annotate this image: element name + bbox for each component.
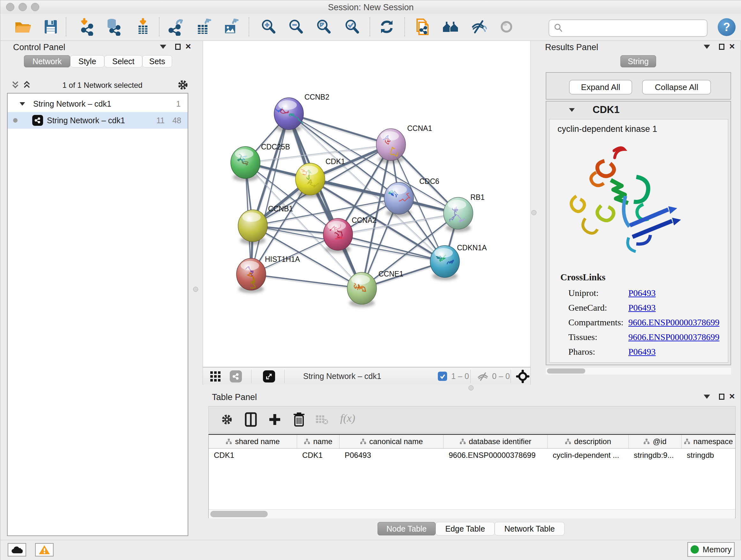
export-network-icon [167, 18, 185, 36]
float-panel-icon[interactable] [719, 44, 724, 50]
column-header[interactable]: database identifier [444, 435, 548, 448]
gear-icon [177, 78, 189, 91]
scrollbar-thumb[interactable] [547, 368, 585, 374]
add-column-button[interactable] [268, 413, 281, 426]
toolbar-separator [511, 370, 511, 383]
hidden-count: 0 – 0 [492, 372, 510, 381]
tab-edge-table[interactable]: Edge Table [435, 522, 495, 536]
toolbar-separator [284, 370, 285, 383]
function-builder-button[interactable]: f(x) [340, 412, 355, 424]
column-header[interactable]: name [297, 435, 340, 448]
toolbar-separator [369, 17, 370, 37]
results-horizontal-scrollbar[interactable] [546, 367, 731, 374]
gene-name: CDK1 [593, 104, 619, 116]
export-table-button[interactable] [193, 16, 214, 38]
crosslinks-title: CrossLinks [560, 272, 605, 283]
show-columns-button[interactable] [245, 412, 257, 427]
memory-button[interactable]: Memory [687, 542, 735, 557]
search-box[interactable] [549, 19, 708, 37]
scrollbar-thumb[interactable] [210, 511, 268, 517]
column-header[interactable]: description [548, 435, 629, 448]
crosslink-value[interactable]: 9606.ENSP00000378699 [628, 317, 719, 327]
network-collection-row[interactable]: String Network – cdk1 1 [8, 96, 188, 112]
float-panel-icon[interactable] [719, 394, 724, 400]
network-node-count: 11 [156, 116, 165, 125]
panel-menu-icon[interactable] [704, 395, 710, 399]
cloud-status-button[interactable] [8, 543, 26, 557]
toolbar-separator [249, 17, 249, 37]
hidden-indicator [477, 372, 489, 381]
import-table-from-file-button[interactable] [132, 16, 153, 38]
import-network-from-file-button[interactable] [76, 16, 97, 38]
network-overview-button[interactable] [230, 370, 242, 382]
table-options-button[interactable] [220, 413, 233, 426]
export-image-button[interactable] [220, 16, 242, 38]
column-header[interactable]: shared name [209, 435, 297, 448]
crosslink-value[interactable]: P06493 [628, 288, 656, 298]
bottom-splitter-handle[interactable] [468, 385, 474, 390]
close-panel-icon[interactable]: × [729, 42, 735, 51]
new-network-from-selection-button[interactable] [412, 16, 433, 38]
import-network-from-database-button[interactable] [103, 16, 124, 38]
gene-section: CDK1 cyclin-dependent kinase 1 [546, 101, 731, 365]
delete-table-button[interactable] [315, 415, 328, 425]
panel-menu-icon[interactable] [160, 45, 166, 49]
expand-all-networks-button[interactable] [23, 80, 31, 89]
search-input[interactable] [564, 21, 707, 35]
tab-network[interactable]: Network [24, 55, 70, 67]
selected-nodes-checkbox[interactable] [438, 372, 447, 381]
tab-network-table[interactable]: Network Table [495, 522, 564, 536]
delete-table-icon [315, 415, 328, 425]
save-session-button[interactable] [40, 16, 61, 38]
show-grid-button[interactable] [210, 371, 221, 382]
refresh-network-button[interactable] [376, 16, 397, 38]
network-row-selected[interactable]: String Network – cdk1 11 48 [8, 112, 188, 129]
results-panel-title: Results Panel [545, 43, 598, 52]
network-canvas[interactable]: CCNB2CCNA1CDC25BCDK1CDC6RB1CCNB1CCNA2CDK… [203, 41, 531, 367]
gene-details: cyclin-dependent kinase 1 [549, 119, 728, 363]
right-splitter-handle[interactable] [531, 210, 536, 215]
close-panel-icon[interactable]: × [185, 42, 191, 51]
collapse-all-networks-button[interactable] [11, 80, 19, 89]
table-horizontal-scrollbar[interactable] [209, 509, 735, 518]
network-graph[interactable]: CCNB2CCNA1CDC25BCDK1CDC6RB1CCNB1CCNA2CDK… [203, 41, 531, 367]
expand-all-button[interactable]: Expand All [569, 80, 632, 95]
tab-style[interactable]: Style [70, 55, 105, 67]
help-button[interactable]: ? [718, 18, 736, 36]
network-options-button[interactable] [177, 78, 189, 91]
fit-selected-button[interactable] [516, 369, 530, 383]
hide-selection-button[interactable] [468, 16, 489, 38]
float-panel-icon[interactable] [175, 44, 181, 50]
crosslink-value[interactable]: P06493 [628, 303, 656, 313]
crosslink-value[interactable]: P06493 [628, 347, 656, 357]
collapse-all-button[interactable]: Collapse All [642, 80, 711, 95]
results-actions-box: Expand All Collapse All [546, 72, 731, 100]
panel-menu-icon[interactable] [704, 45, 710, 49]
toolbar-separator [251, 370, 252, 383]
column-header[interactable]: @id [629, 435, 682, 448]
export-network-button[interactable] [165, 16, 187, 38]
tab-string[interactable]: String [620, 55, 656, 67]
collection-expander-icon[interactable] [20, 102, 25, 105]
open-in-new-window-button[interactable] [263, 370, 275, 382]
tab-node-table[interactable]: Node Table [378, 522, 435, 536]
tab-sets[interactable]: Sets [142, 55, 172, 67]
column-header[interactable]: namespace [682, 435, 735, 448]
tab-select[interactable]: Select [105, 55, 142, 67]
first-neighbors-button[interactable] [440, 16, 461, 38]
zoom-out-button[interactable] [285, 16, 307, 38]
left-splitter-handle[interactable] [193, 287, 198, 292]
zoom-selected-button[interactable] [341, 16, 362, 38]
zoom-in-button[interactable] [258, 16, 279, 38]
zoom-fit-button[interactable] [313, 16, 334, 38]
column-header[interactable]: canonical name [340, 435, 444, 448]
gene-expander-icon[interactable] [569, 108, 575, 112]
warnings-button[interactable] [35, 543, 54, 557]
table-row[interactable]: CDK1 CDK1 P06493 9606.ENSP00000378699 cy… [209, 449, 735, 462]
show-all-hidden-button[interactable] [496, 16, 517, 38]
close-panel-icon[interactable]: × [729, 392, 735, 400]
delete-column-button[interactable] [293, 412, 305, 427]
open-session-button[interactable] [12, 16, 33, 38]
status-bar: Memory [0, 540, 741, 560]
crosslink-value[interactable]: 9606.ENSP00000378699 [628, 332, 719, 342]
